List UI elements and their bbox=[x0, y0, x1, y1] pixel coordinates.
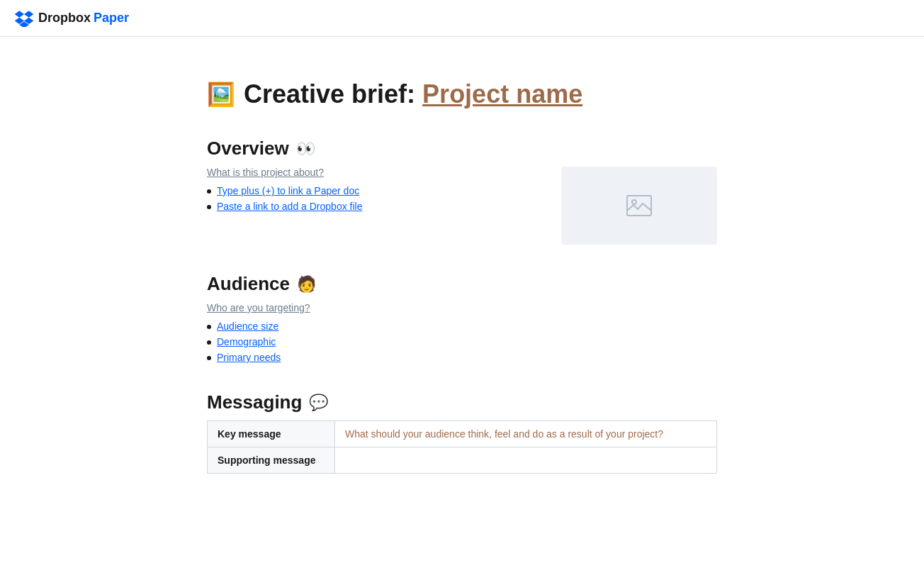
table-value-2[interactable] bbox=[335, 447, 717, 474]
messaging-title: Messaging bbox=[207, 391, 302, 413]
bullet-dot bbox=[207, 356, 211, 360]
audience-heading-row: Audience 🧑 bbox=[207, 273, 717, 295]
image-icon bbox=[626, 195, 652, 216]
messaging-emoji: 💬 bbox=[309, 394, 328, 412]
list-item: Audience size bbox=[207, 320, 717, 332]
logo-paper-text: Paper bbox=[94, 11, 129, 26]
audience-section: Audience 🧑 Who are you targeting? Audien… bbox=[207, 273, 717, 363]
audience-emoji: 🧑 bbox=[297, 275, 316, 294]
audience-bullet-list: Audience size Demographic Primary needs bbox=[207, 320, 717, 363]
overview-subtitle[interactable]: What is this project about? bbox=[207, 167, 533, 178]
table-key-2: Supporting message bbox=[208, 447, 335, 474]
table-row: Key message What should your audience th… bbox=[208, 421, 717, 447]
logo-text: Dropbox Paper bbox=[38, 11, 129, 26]
main-content: 🖼️ Creative brief: Project name Overview… bbox=[0, 37, 924, 545]
document-area: 🖼️ Creative brief: Project name Overview… bbox=[207, 79, 717, 502]
overview-heading-row: Overview 👀 bbox=[207, 138, 717, 160]
logo-dropbox-text: Dropbox bbox=[38, 11, 91, 26]
doc-title-main: Creative brief: bbox=[244, 79, 415, 108]
overview-bullet-2[interactable]: Paste a link to add a Dropbox file bbox=[217, 201, 362, 212]
table-value-1[interactable]: What should your audience think, feel an… bbox=[335, 421, 717, 447]
audience-title: Audience bbox=[207, 273, 290, 295]
doc-title-project[interactable]: Project name bbox=[422, 79, 582, 108]
audience-bullet-3[interactable]: Primary needs bbox=[217, 352, 281, 363]
logo-container[interactable]: Dropbox Paper bbox=[14, 10, 129, 27]
table-key-1: Key message bbox=[208, 421, 335, 447]
doc-title-row: 🖼️ Creative brief: Project name bbox=[207, 79, 717, 109]
svg-rect-0 bbox=[627, 196, 651, 216]
overview-bullet-1[interactable]: Type plus (+) to link a Paper doc bbox=[217, 185, 359, 196]
audience-bullet-2[interactable]: Demographic bbox=[217, 336, 276, 347]
list-item: Primary needs bbox=[207, 352, 717, 363]
overview-title: Overview bbox=[207, 138, 289, 160]
bullet-dot bbox=[207, 325, 211, 329]
list-item: Demographic bbox=[207, 336, 717, 347]
overview-text: What is this project about? Type plus (+… bbox=[207, 167, 533, 216]
overview-section: Overview 👀 What is this project about? T… bbox=[207, 138, 717, 245]
bullet-dot bbox=[207, 189, 211, 194]
navbar: Dropbox Paper bbox=[0, 0, 924, 37]
overview-bullet-list: Type plus (+) to link a Paper doc Paste … bbox=[207, 185, 533, 212]
list-item: Paste a link to add a Dropbox file bbox=[207, 201, 533, 212]
list-item: Type plus (+) to link a Paper doc bbox=[207, 185, 533, 196]
overview-content: What is this project about? Type plus (+… bbox=[207, 167, 717, 245]
audience-bullet-1[interactable]: Audience size bbox=[217, 320, 278, 332]
audience-subtitle[interactable]: Who are you targeting? bbox=[207, 302, 717, 313]
bullet-dot bbox=[207, 205, 211, 209]
bullet-dot bbox=[207, 340, 211, 345]
svg-point-1 bbox=[632, 200, 636, 204]
dropbox-logo-icon bbox=[14, 10, 34, 27]
doc-title: Creative brief: Project name bbox=[244, 79, 582, 109]
overview-emoji: 👀 bbox=[296, 140, 315, 158]
table-row: Supporting message bbox=[208, 447, 717, 474]
image-placeholder bbox=[561, 167, 717, 245]
title-emoji: 🖼️ bbox=[207, 83, 235, 106]
messaging-heading-row: Messaging 💬 bbox=[207, 391, 717, 413]
messaging-table: Key message What should your audience th… bbox=[207, 420, 717, 474]
messaging-section: Messaging 💬 Key message What should your… bbox=[207, 391, 717, 474]
